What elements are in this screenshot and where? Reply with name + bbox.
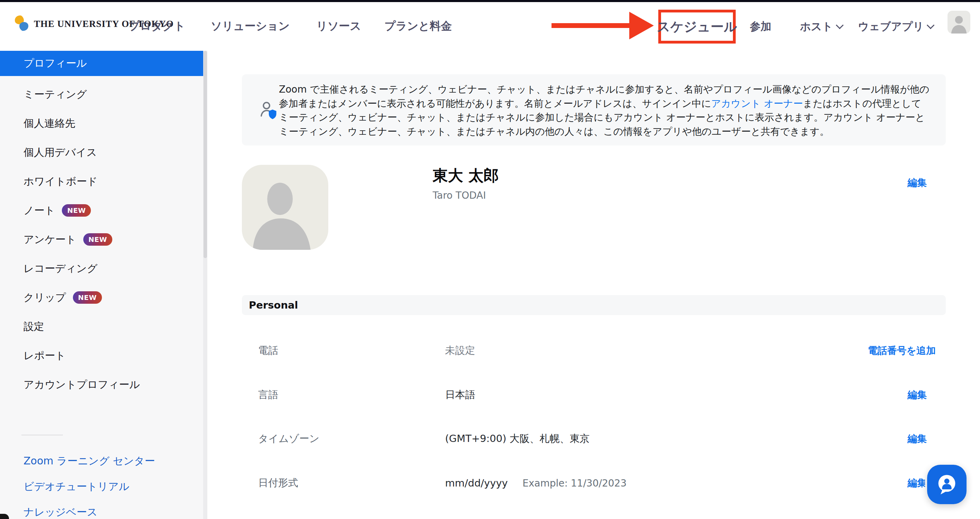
row-label: 電話	[258, 344, 278, 358]
sidebar-item-label: レポート	[24, 349, 66, 363]
chevron-down-icon	[836, 21, 844, 29]
row-label: 言語	[258, 388, 278, 402]
new-badge: NEW	[83, 233, 112, 246]
learning-center-link[interactable]: Zoom ラーニング センター	[24, 454, 155, 468]
sidebar-item-notes[interactable]: ノート NEW	[0, 196, 203, 225]
sidebar-item-whiteboard[interactable]: ホワイトボード	[0, 167, 203, 196]
video-tutorials-link[interactable]: ビデオチュートリアル	[24, 479, 129, 494]
nav-schedule-highlight-box[interactable]: スケジュール	[658, 10, 736, 43]
new-badge: NEW	[62, 204, 91, 217]
personal-section-title: Personal	[249, 299, 298, 311]
help-chat-button[interactable]	[927, 465, 967, 504]
nav-webapp-label: ウェブアプリ	[858, 19, 924, 34]
nav-solutions[interactable]: ソリューション	[211, 19, 290, 34]
row-hint: Example: 11/30/2023	[522, 478, 627, 489]
profile-picture[interactable]	[242, 165, 328, 250]
sidebar-item-account-profile[interactable]: アカウントプロフィール	[0, 370, 203, 399]
chevron-down-icon	[927, 21, 935, 29]
nav-resources[interactable]: リソース	[316, 19, 361, 34]
ginkgo-logo-icon	[14, 14, 29, 33]
edit-date-format-link[interactable]: 編集	[907, 476, 927, 490]
row-label: 日付形式	[258, 476, 298, 490]
chat-person-icon	[935, 473, 959, 496]
sidebar-item-profile[interactable]: プロフィール	[0, 51, 203, 76]
sidebar-item-label: 個人用デバイス	[24, 145, 97, 160]
row-timezone: タイムゾーン (GMT+9:00) 大阪、札幌、東京 編集	[207, 431, 980, 447]
row-value: 未設定	[445, 344, 475, 358]
sidebar-item-personal-devices[interactable]: 個人用デバイス	[0, 138, 203, 167]
account-avatar[interactable]	[948, 11, 970, 33]
account-owner-link[interactable]: アカウント オーナー	[711, 98, 803, 109]
sidebar-item-personal-contacts[interactable]: 個人連絡先	[0, 109, 203, 138]
sidebar: プロフィール ミーティング 個人連絡先 個人用デバイス ホワイトボード ノート …	[0, 51, 203, 519]
sidebar-item-label: 個人連絡先	[24, 116, 75, 131]
row-value: 日本語	[445, 388, 475, 402]
profile-latin-name: Taro TODAI	[433, 190, 486, 201]
row-language: 言語 日本語 編集	[207, 387, 980, 403]
row-label: タイムゾーン	[258, 432, 319, 446]
sidebar-item-clips[interactable]: クリップ NEW	[0, 283, 203, 312]
profile-display-name: 東大 太郎	[433, 166, 499, 186]
row-value: mm/dd/yyyy	[445, 477, 508, 489]
sidebar-item-label: ホワイトボード	[24, 175, 97, 189]
sidebar-item-settings[interactable]: 設定	[0, 312, 203, 341]
privacy-notice-text: Zoom で主催されるミーティング、ウェビナー、チャット、またはチャネルに参加す…	[279, 83, 930, 139]
add-phone-number-link[interactable]: 電話番号を追加	[868, 344, 936, 357]
sidebar-scrollbar-thumb[interactable]	[204, 51, 207, 258]
sidebar-item-label: 設定	[24, 320, 44, 334]
nav-webapp-menu[interactable]: ウェブアプリ	[858, 19, 933, 34]
sidebar-item-surveys[interactable]: アンケート NEW	[0, 225, 203, 254]
sidebar-item-label: レコーディング	[24, 261, 97, 276]
sidebar-item-meetings[interactable]: ミーティング	[0, 80, 203, 109]
nav-products[interactable]: プロダクト	[129, 19, 185, 34]
nav-join[interactable]: 参加	[750, 19, 771, 34]
row-phone: 電話 未設定 電話番号を追加	[207, 342, 980, 359]
sidebar-divider	[21, 435, 63, 435]
sidebar-item-label: プロフィール	[24, 56, 87, 70]
sidebar-item-label: ノート	[24, 204, 55, 218]
sidebar-item-label: クリップ	[24, 291, 66, 305]
user-shield-icon	[259, 100, 278, 122]
annotation-arrow	[550, 10, 654, 41]
sidebar-item-reports[interactable]: レポート	[0, 341, 203, 370]
row-value: (GMT+9:00) 大阪、札幌、東京	[445, 432, 590, 446]
person-icon	[948, 11, 970, 33]
edit-language-link[interactable]: 編集	[907, 388, 927, 401]
edit-timezone-link[interactable]: 編集	[907, 432, 927, 446]
row-date-format: 日付形式 mm/dd/yyyy Example: 11/30/2023 編集	[207, 475, 980, 491]
nav-host-menu[interactable]: ホスト	[800, 19, 842, 34]
personal-section-header: Personal	[242, 295, 946, 315]
nav-host-label: ホスト	[800, 19, 833, 34]
nav-plans-pricing[interactable]: プランと料金	[385, 19, 452, 34]
new-badge: NEW	[73, 291, 102, 304]
knowledge-base-link[interactable]: ナレッジベース	[24, 505, 97, 519]
person-icon	[242, 165, 328, 250]
sidebar-item-label: アカウントプロフィール	[24, 378, 140, 392]
sidebar-item-label: ミーティング	[24, 88, 87, 102]
nav-schedule[interactable]: スケジュール	[657, 18, 737, 36]
sidebar-item-recordings[interactable]: レコーディング	[0, 254, 203, 283]
top-header: THE UNIVERSITY OF TOKYO プロダクト ソリューション リソ…	[0, 2, 980, 51]
sidebar-item-label: アンケート	[24, 232, 76, 247]
edit-profile-link[interactable]: 編集	[907, 176, 927, 189]
